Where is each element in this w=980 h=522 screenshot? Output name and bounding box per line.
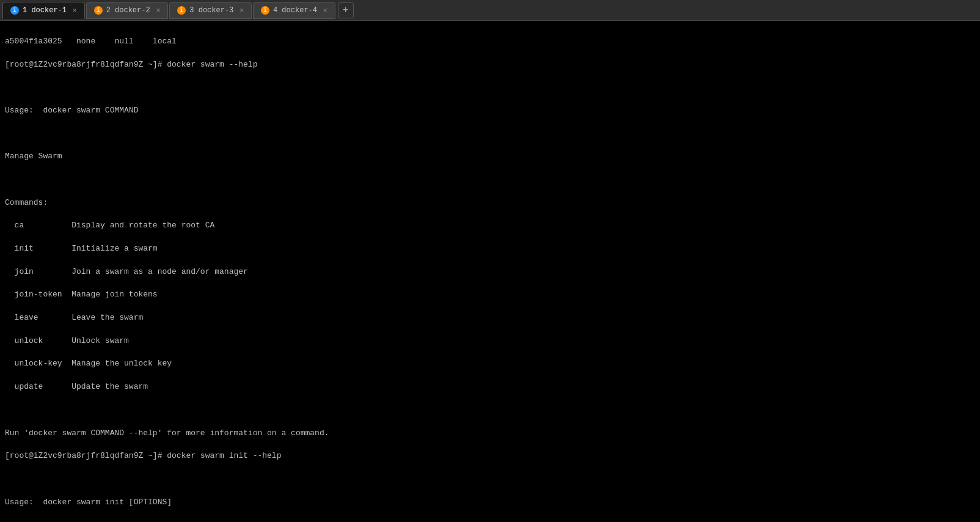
tab-close-2[interactable]: ✕	[156, 6, 161, 14]
line-5	[5, 128, 975, 140]
tab-close-4[interactable]: ✕	[323, 6, 327, 14]
line-join: join Join a swarm as a node and/or manag…	[5, 267, 975, 278]
tab-docker-1[interactable]: i 1 docker-1 ✕	[2, 2, 85, 19]
line-3	[5, 82, 975, 94]
tab-close-3[interactable]: ✕	[240, 6, 244, 14]
tab-bar: i 1 docker-1 ✕ i 2 docker-2 ✕ i 3 docker…	[0, 0, 980, 21]
line-1: a5004f1a3025 none null local	[5, 36, 975, 48]
tab-icon-3: i	[177, 6, 186, 15]
tab-icon-4: i	[261, 6, 269, 15]
tab-docker-3[interactable]: i 3 docker-3 ✕	[169, 2, 252, 19]
tab-icon-1: i	[10, 6, 19, 15]
tab-label-3: 3 docker-3	[189, 6, 233, 15]
tab-close-1[interactable]: ✕	[73, 6, 77, 14]
line-unlock: unlock Unlock swarm	[5, 336, 975, 347]
line-empty3	[5, 520, 975, 522]
tab-docker-2[interactable]: i 2 docker-2 ✕	[86, 2, 169, 19]
line-empty1	[5, 405, 975, 416]
terminal-output: a5004f1a3025 none null local [root@iZ2vc…	[0, 21, 980, 522]
tab-label-4: 4 docker-4	[273, 6, 317, 15]
tab-icon-2: i	[94, 6, 103, 15]
line-prompt2: [root@iZ2vc9rba8rjfr8lqdfan9Z ~]# docker…	[5, 450, 975, 462]
line-4: Usage: docker swarm COMMAND	[5, 105, 975, 117]
tab-docker-4[interactable]: i 4 docker-4 ✕	[253, 2, 335, 19]
line-unlock-key: unlock-key Manage the unlock key	[5, 358, 975, 370]
line-init: init Initialize a swarm	[5, 243, 975, 255]
line-2: [root@iZ2vc9rba8rjfr8lqdfan9Z ~]# docker…	[5, 59, 975, 71]
line-empty2	[5, 474, 975, 485]
tab-label-1: 1 docker-1	[23, 6, 67, 15]
line-update: update Update the swarm	[5, 381, 975, 393]
line-7	[5, 174, 975, 186]
line-usage2: Usage: docker swarm init [OPTIONS]	[5, 497, 975, 509]
line-commands: Commands:	[5, 197, 975, 209]
line-leave: leave Leave the swarm	[5, 312, 975, 324]
line-run-hint: Run 'docker swarm COMMAND --help' for mo…	[5, 428, 975, 439]
line-ca: ca Display and rotate the root CA	[5, 220, 975, 232]
tab-label-2: 2 docker-2	[106, 6, 150, 15]
new-tab-button[interactable]: +	[338, 2, 354, 18]
line-join-token: join-token Manage join tokens	[5, 289, 975, 301]
line-6: Manage Swarm	[5, 151, 975, 163]
